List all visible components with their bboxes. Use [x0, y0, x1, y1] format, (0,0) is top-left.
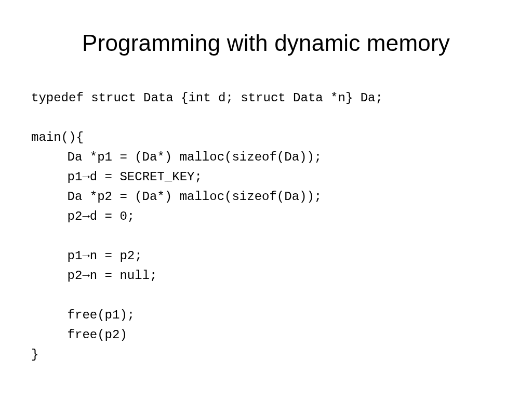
arrow-icon: →	[82, 269, 89, 283]
code-line: p2	[68, 269, 83, 283]
slide-title: Programming with dynamic memory	[0, 30, 532, 56]
code-line: }	[31, 348, 38, 362]
code-line: p2	[68, 209, 83, 223]
code-line: d = 0;	[90, 209, 135, 223]
code-line: typedef struct Data {int d; struct Data …	[31, 91, 383, 105]
code-line: p1	[68, 170, 83, 184]
arrow-icon: →	[82, 249, 89, 263]
code-line: free(p1);	[68, 308, 135, 322]
code-line: Da *p1 = (Da*) malloc(sizeof(Da));	[68, 150, 322, 164]
code-line: n = null;	[90, 269, 157, 283]
slide: Programming with dynamic memory typedef …	[0, 0, 532, 399]
code-line: n = p2;	[90, 249, 142, 263]
code-line: main(){	[31, 130, 84, 144]
code-line: p1	[68, 249, 83, 263]
code-line: d = SECRET_KEY;	[90, 170, 202, 184]
code-line: free(p2)	[68, 328, 127, 342]
arrow-icon: →	[82, 170, 89, 184]
code-line: Da *p2 = (Da*) malloc(sizeof(Da));	[68, 190, 322, 204]
code-block: typedef struct Data {int d; struct Data …	[31, 88, 383, 365]
arrow-icon: →	[82, 209, 89, 223]
